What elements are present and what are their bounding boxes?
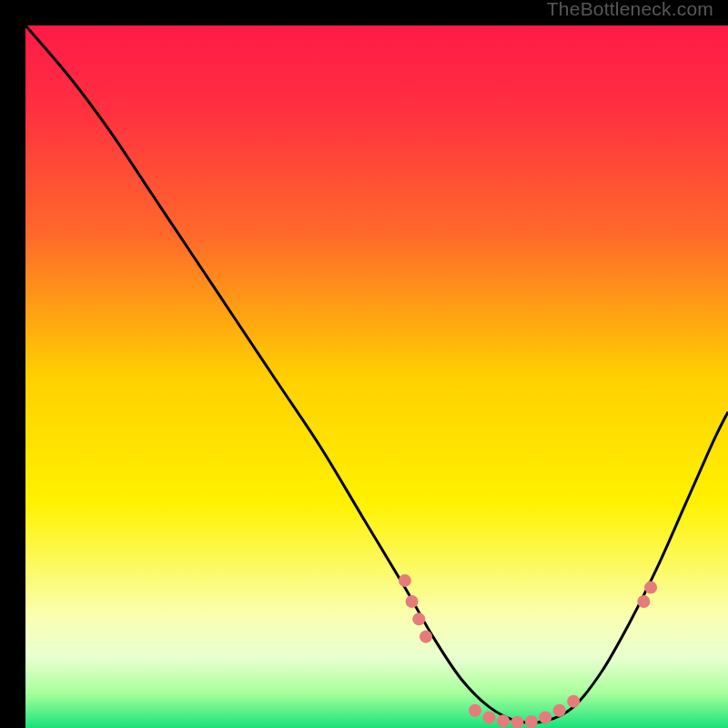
data-marker bbox=[567, 695, 580, 708]
data-marker bbox=[644, 581, 657, 594]
data-marker bbox=[469, 704, 481, 717]
data-marker bbox=[497, 714, 510, 727]
data-marker bbox=[483, 711, 496, 723]
data-marker bbox=[525, 715, 538, 728]
chart-frame bbox=[13, 13, 715, 715]
data-marker bbox=[406, 595, 419, 608]
data-marker bbox=[420, 631, 432, 643]
watermark-text: TheBottleneck.com bbox=[547, 0, 713, 20]
data-marker bbox=[553, 704, 566, 717]
data-marker bbox=[637, 595, 650, 608]
data-marker bbox=[399, 574, 411, 587]
gradient-background bbox=[25, 25, 728, 728]
data-marker bbox=[539, 711, 551, 723]
bottleneck-chart bbox=[25, 25, 728, 728]
data-marker bbox=[412, 612, 425, 625]
